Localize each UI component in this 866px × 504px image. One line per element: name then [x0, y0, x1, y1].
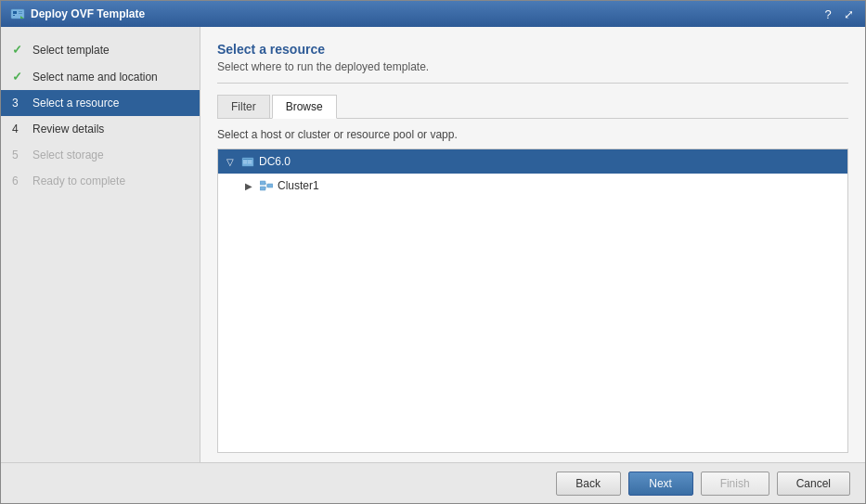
next-button[interactable]: Next [628, 472, 693, 496]
sidebar-item-select-storage: 5Select storage [1, 142, 200, 168]
datacenter-icon [240, 154, 255, 169]
back-button[interactable]: Back [556, 472, 621, 496]
svg-line-16 [265, 186, 267, 188]
page-title: Select a resource [217, 42, 848, 57]
svg-rect-7 [243, 159, 252, 160]
svg-rect-14 [267, 184, 273, 187]
tabs-container: FilterBrowse [217, 95, 848, 119]
sidebar-item-ready-to-complete: 6Ready to complete [1, 168, 200, 194]
dialog-title: Deploy OVF Template [31, 7, 145, 20]
finish-button: Finish [701, 472, 769, 496]
tree-area[interactable]: ▽ DC6.0▶ Cluster1 [217, 149, 848, 453]
step-number: 5 [12, 149, 25, 162]
sidebar-item-label: Ready to complete [32, 174, 125, 187]
svg-rect-2 [13, 15, 15, 16]
help-button[interactable]: ? [821, 7, 835, 21]
dialog-body: ✓Select template✓Select name and locatio… [1, 27, 865, 462]
svg-rect-13 [260, 187, 265, 190]
sidebar-item-label: Review details [32, 123, 104, 136]
deploy-ovf-dialog: Deploy OVF Template ? ⤢ ✓Select template… [0, 0, 866, 504]
sidebar-item-select-template[interactable]: ✓Select template [1, 36, 200, 63]
step-number: 6 [12, 174, 25, 187]
svg-rect-4 [19, 13, 22, 14]
title-bar-left: Deploy OVF Template [10, 6, 145, 21]
step-number: 3 [12, 97, 25, 110]
tree-item-cluster1[interactable]: ▶ Cluster1 [218, 174, 847, 198]
title-bar: Deploy OVF Template ? ⤢ [1, 1, 865, 27]
sidebar-item-select-resource[interactable]: 3Select a resource [1, 90, 200, 116]
cluster-icon [259, 178, 274, 193]
check-icon: ✓ [12, 70, 25, 84]
sidebar-item-label: Select storage [32, 149, 104, 162]
sidebar-item-label: Select a resource [32, 97, 119, 110]
tab-filter[interactable]: Filter [217, 95, 270, 119]
sidebar-item-review-details[interactable]: 4Review details [1, 116, 200, 142]
sidebar: ✓Select template✓Select name and locatio… [1, 27, 200, 462]
svg-rect-9 [243, 162, 247, 163]
tree-item-dc60[interactable]: ▽ DC6.0 [218, 149, 847, 174]
svg-rect-10 [248, 161, 252, 162]
svg-line-15 [265, 183, 267, 186]
check-icon: ✓ [12, 43, 25, 57]
svg-rect-12 [260, 181, 265, 185]
dialog-footer: Back Next Finish Cancel [1, 462, 865, 503]
tree-toggle-icon[interactable]: ▽ [224, 155, 237, 168]
svg-rect-1 [13, 11, 17, 14]
step-number: 4 [12, 123, 25, 136]
resource-hint: Select a host or cluster or resource poo… [217, 128, 848, 141]
tree-item-label: DC6.0 [259, 155, 291, 168]
tree-toggle-icon[interactable]: ▶ [242, 179, 255, 192]
svg-rect-8 [243, 161, 247, 162]
tree-item-label: Cluster1 [278, 179, 319, 192]
title-bar-controls: ? ⤢ [821, 7, 856, 21]
page-subtitle: Select where to run the deployed templat… [217, 60, 848, 84]
svg-rect-11 [248, 162, 252, 163]
sidebar-item-label: Select template [32, 44, 110, 57]
expand-button[interactable]: ⤢ [841, 7, 856, 21]
deploy-icon [10, 6, 25, 21]
sidebar-item-label: Select name and location [32, 71, 158, 84]
tab-browse[interactable]: Browse [272, 95, 337, 119]
main-content: Select a resource Select where to run th… [200, 27, 865, 462]
cancel-button[interactable]: Cancel [777, 472, 850, 496]
svg-rect-3 [19, 11, 22, 12]
sidebar-item-select-name-location[interactable]: ✓Select name and location [1, 63, 200, 90]
